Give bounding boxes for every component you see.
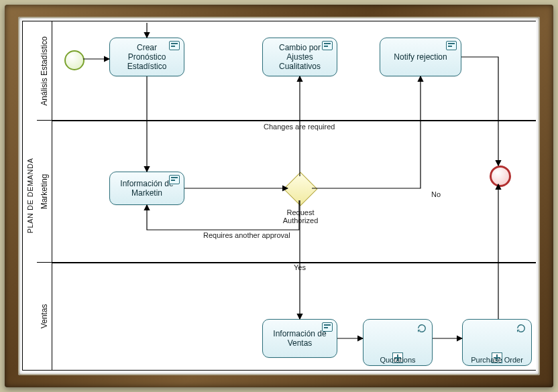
end-event [490, 166, 511, 187]
task-label: Información de Marketin [120, 179, 173, 198]
task-label: Quotations [364, 356, 432, 364]
task-label: Información de Ventas [273, 329, 326, 348]
task-label: Notify rejection [394, 52, 447, 62]
task-purchase-order: Purchase Order [462, 319, 532, 366]
bpmn-canvas: PLAN DE DEMANDA Análisis Estadístico Mar… [22, 21, 536, 371]
pool-title: PLAN DE DEMANDA [26, 158, 34, 234]
edge-label-no: No [431, 190, 441, 198]
loop-icon [417, 324, 427, 333]
edge-label-yes: Yes [294, 263, 306, 271]
task-notify-rejection: Notify rejection [380, 38, 461, 76]
edge-label-changes: Changes are required [264, 123, 335, 131]
edge-label-requires: Requires another approval [203, 231, 290, 239]
gateway-label: Request Authorized [277, 208, 324, 224]
pool-header: PLAN DE DEMANDA [22, 21, 38, 371]
task-marker-icon [446, 41, 457, 50]
lane-label: Análisis Estadístico [40, 36, 49, 105]
task-marker-icon [169, 41, 180, 50]
lane-label: Ventas [40, 304, 49, 329]
frame-mat: PLAN DE DEMANDA Análisis Estadístico Mar… [18, 17, 540, 375]
task-label: Purchase Order [463, 356, 531, 364]
task-marker-icon [322, 322, 333, 332]
task-marker-icon [322, 41, 333, 50]
task-marker-icon [169, 175, 180, 184]
start-event [64, 50, 85, 70]
task-info-marketing: Información de Marketin [109, 172, 184, 205]
task-label: Crear Pronóstico Estadístico [127, 43, 167, 71]
task-cambio-ajustes: Cambio por Ajustes Cualitativos [262, 38, 337, 76]
lane-header-marketing: Marketing [37, 120, 52, 263]
task-crear-pronostico: Crear Pronóstico Estadístico [109, 38, 184, 76]
lane-label: Marketing [40, 174, 49, 210]
picture-frame: PLAN DE DEMANDA Análisis Estadístico Mar… [5, 5, 553, 387]
task-info-ventas: Información de Ventas [262, 319, 337, 358]
lane-header-analysis: Análisis Estadístico [37, 21, 52, 121]
task-quotations: Quotations [363, 319, 433, 366]
task-label: Cambio por Ajustes Cualitativos [279, 43, 321, 71]
loop-icon [516, 324, 526, 333]
lane-header-ventas: Ventas [37, 262, 52, 371]
